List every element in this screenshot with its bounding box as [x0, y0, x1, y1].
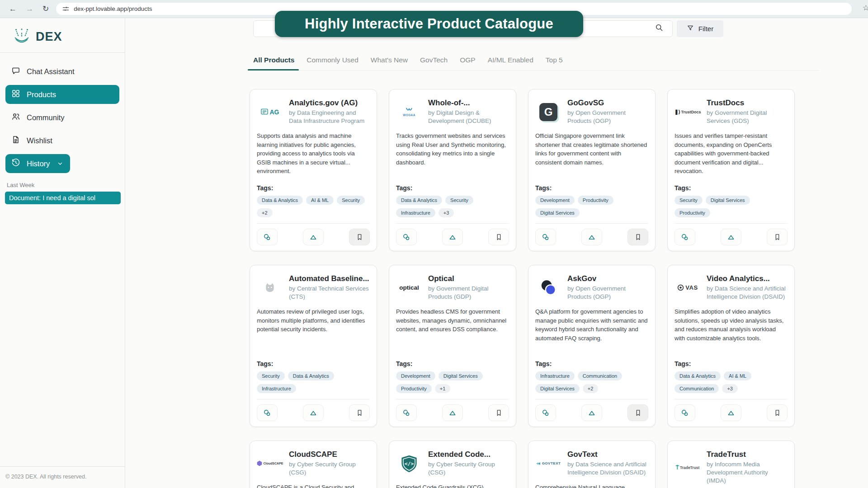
bookmark-button[interactable] — [627, 229, 648, 245]
shield-code-logo: </> — [396, 450, 422, 477]
tab-what-s-new[interactable]: What's New — [371, 56, 408, 64]
search-icon[interactable] — [655, 23, 664, 32]
tag-pill: Infrastructure — [257, 384, 296, 393]
share-button[interactable] — [396, 229, 417, 245]
product-card[interactable]: ❚)TrustDocs TrustDocs by Government Digi… — [667, 89, 795, 251]
divider — [257, 223, 370, 224]
history-item[interactable]: Document: I need a digital sol — [5, 192, 121, 204]
browser-reload-icon[interactable]: ↻ — [42, 4, 49, 14]
share-button[interactable] — [257, 404, 278, 421]
product-card[interactable]: Automated Baseline... by Central Technic… — [250, 265, 377, 427]
upvote-button[interactable] — [442, 404, 463, 421]
tag-pill: Infrastructure — [396, 208, 435, 217]
product-card[interactable]: optical Optical by Government Digital Pr… — [389, 265, 516, 427]
share-button[interactable] — [535, 229, 556, 245]
upvote-button[interactable] — [442, 229, 463, 245]
filter-button[interactable]: Filter — [677, 20, 723, 37]
card-actions — [535, 229, 648, 245]
card-header: ❚)TrustDocs TrustDocs by Government Digi… — [675, 99, 788, 125]
product-card[interactable]: T̄TradeTrust TradeTrust by Infocomm Medi… — [667, 441, 795, 488]
card-actions — [257, 404, 370, 421]
tag-pill: Infrastructure — [535, 371, 575, 380]
page-title-banner: Highly Interactive Product Catalogue — [275, 11, 583, 37]
bookmark-button[interactable] — [488, 229, 509, 245]
product-byline: by Cyber Security Group (CSG) — [289, 460, 370, 477]
tab-commonly-used[interactable]: Commonly Used — [307, 56, 359, 64]
share-button[interactable] — [396, 404, 417, 421]
browser-back-icon[interactable]: ← — [9, 5, 17, 14]
share-button[interactable] — [675, 229, 695, 245]
tab-ai-ml-enabled[interactable]: AI/ML Enabled — [488, 56, 533, 64]
sidebar-nav: Chat Assistant Products Community — [0, 53, 125, 177]
tab-all-products[interactable]: All Products — [253, 56, 294, 64]
bookmark-button[interactable] — [767, 229, 788, 245]
tag-pill: Security — [337, 196, 365, 205]
sidebar-item-history[interactable]: History — [5, 154, 70, 173]
card-header: VAS Video Analytics... by Data Science a… — [675, 274, 788, 301]
tag-pill: AI & ML — [306, 196, 334, 205]
tag-pill: Digital Services — [439, 371, 483, 380]
gogovsg-logo: G — [535, 99, 561, 125]
product-byline: by Cyber Security Group (CSG) — [428, 460, 509, 477]
tag-pill: Digital Services — [535, 384, 580, 393]
product-card[interactable]: AskGov by Open Government Products (OGP)… — [528, 265, 656, 427]
sidebar: DEX Chat Assistant Products — [0, 18, 125, 488]
site-settings-icon[interactable] — [62, 5, 69, 12]
product-title: Extended Code... — [428, 450, 509, 459]
upvote-button[interactable] — [581, 404, 602, 421]
divider — [396, 223, 509, 224]
product-card[interactable]: CloudSCAPE CloudSCAPE by Cyber Security … — [250, 441, 377, 488]
tag-list: SecurityDigital ServicesProductivity — [675, 196, 788, 217]
tag-pill: Productivity — [675, 208, 710, 217]
card-header: G GoGovSG by Open Government Products (O… — [535, 99, 648, 125]
history-clock-icon — [11, 158, 20, 169]
product-title: Whole-of-... — [428, 99, 509, 108]
tab-ogp[interactable]: OGP — [460, 56, 475, 64]
card-header: Automated Baseline... by Central Technic… — [257, 274, 370, 301]
product-card[interactable]: WOGAA Whole-of-... by Digital Design & D… — [389, 89, 516, 251]
bookmark-button[interactable] — [627, 404, 648, 421]
product-card[interactable]: G GoGovSG by Open Government Products (O… — [528, 89, 656, 251]
share-button[interactable] — [257, 229, 278, 245]
tags-label: Tags: — [257, 184, 370, 192]
card-actions — [396, 229, 509, 245]
product-title: TradeTrust — [707, 450, 788, 459]
divider — [675, 223, 788, 224]
product-description: CloudSCAPE is a Cloud Security and Compl… — [257, 483, 370, 488]
bookmark-button[interactable] — [488, 404, 509, 421]
dex-logo-icon — [12, 26, 32, 47]
product-card[interactable]: </> Extended Code... by Cyber Security G… — [389, 441, 516, 488]
upvote-button[interactable] — [721, 229, 741, 245]
card-header: optical Optical by Government Digital Pr… — [396, 274, 509, 301]
govtext-logo: GOVTEXT — [535, 450, 561, 477]
tag-list: Data & AnalyticsSecurityInfrastructure+3 — [396, 196, 509, 217]
card-header: </> Extended Code... by Cyber Security G… — [396, 450, 509, 477]
sidebar-item-chat-assistant[interactable]: Chat Assistant — [5, 62, 119, 81]
tab-top-5[interactable]: Top 5 — [546, 56, 563, 64]
tag-pill: Development — [535, 196, 575, 205]
product-card[interactable]: AG Analytics.gov (AG) by Data Engineerin… — [250, 89, 377, 251]
upvote-button[interactable] — [721, 404, 741, 421]
bookmark-button[interactable] — [349, 404, 370, 421]
sidebar-item-wishlist[interactable]: Wishlist — [5, 131, 119, 150]
product-card[interactable]: VAS Video Analytics... by Data Science a… — [667, 265, 795, 427]
bookmark-star-icon[interactable]: ☆ — [863, 3, 868, 13]
sidebar-item-community[interactable]: Community — [5, 108, 119, 127]
tab-govtech[interactable]: GovTech — [420, 56, 448, 64]
share-button[interactable] — [535, 404, 556, 421]
svg-text:</>: </> — [405, 460, 414, 467]
upvote-button[interactable] — [303, 229, 324, 245]
bookmark-button[interactable] — [767, 404, 788, 421]
card-header: WOGAA Whole-of-... by Digital Design & D… — [396, 99, 509, 125]
browser-forward-icon[interactable]: → — [26, 5, 33, 14]
bookmark-button[interactable] — [349, 229, 370, 245]
share-button[interactable] — [675, 404, 695, 421]
sidebar-item-products[interactable]: Products — [5, 85, 119, 104]
product-title: AskGov — [567, 274, 648, 283]
product-description: Automates review of privileged user logs… — [257, 307, 370, 334]
upvote-button[interactable] — [581, 229, 602, 245]
upvote-button[interactable] — [303, 404, 324, 421]
product-card[interactable]: GOVTEXT GovText by Data Science and Arti… — [528, 441, 656, 488]
tag-more-count: +2 — [583, 384, 599, 393]
product-byline: by Government Digital Products (GDP) — [428, 285, 509, 301]
